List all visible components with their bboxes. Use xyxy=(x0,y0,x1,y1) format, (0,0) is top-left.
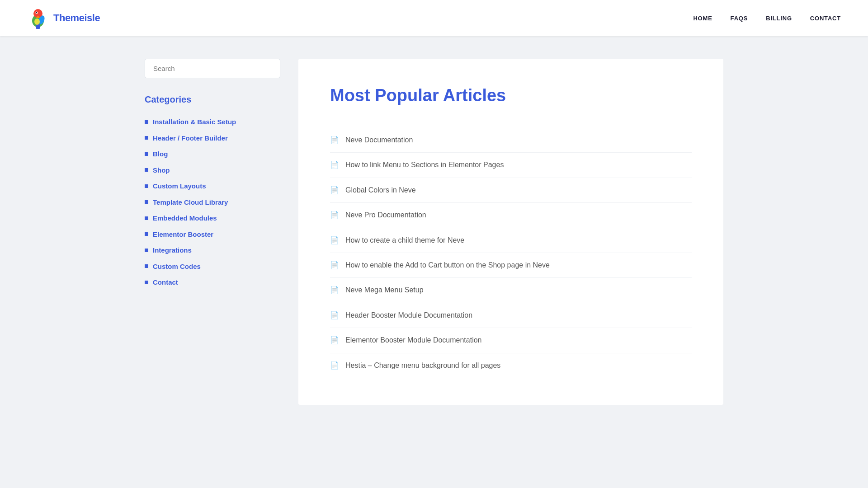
bullet-icon xyxy=(145,264,148,268)
article-link[interactable]: Header Booster Module Documentation xyxy=(345,310,472,320)
list-item: 📄 Neve Documentation xyxy=(330,128,692,153)
document-icon: 📄 xyxy=(330,160,339,169)
page-wrapper: Categories Installation & Basic Setup He… xyxy=(118,36,750,427)
list-item: 📄 Elementor Booster Module Documentation xyxy=(330,328,692,353)
list-item: 📄 Hestia – Change menu background for al… xyxy=(330,353,692,378)
list-item: 📄 Neve Pro Documentation xyxy=(330,203,692,228)
search-input[interactable] xyxy=(145,59,280,78)
article-link[interactable]: Neve Pro Documentation xyxy=(345,210,426,220)
nav-item-faqs[interactable]: FAQS xyxy=(731,14,748,22)
category-list: Installation & Basic Setup Header / Foot… xyxy=(145,114,280,291)
article-link[interactable]: Hestia – Change menu background for all … xyxy=(345,361,500,371)
document-icon: 📄 xyxy=(330,361,339,370)
list-item: 📄 How to create a child theme for Neve xyxy=(330,228,692,253)
article-link[interactable]: Elementor Booster Module Documentation xyxy=(345,335,482,345)
nav-item-contact[interactable]: CONTACT xyxy=(810,14,841,22)
sidebar-item-blog[interactable]: Blog xyxy=(145,146,280,162)
nav-links: HOME FAQS BILLING CONTACT xyxy=(693,14,841,22)
parrot-logo-icon xyxy=(27,7,49,29)
bullet-icon xyxy=(145,216,148,220)
sidebar-item-header-footer[interactable]: Header / Footer Builder xyxy=(145,130,280,146)
sidebar-item-embedded-modules[interactable]: Embedded Modules xyxy=(145,210,280,226)
sidebar: Categories Installation & Basic Setup He… xyxy=(145,59,280,405)
list-item: 📄 Global Colors in Neve xyxy=(330,178,692,203)
article-link[interactable]: Global Colors in Neve xyxy=(345,185,416,195)
document-icon: 📄 xyxy=(330,236,339,244)
brand-name: Themeisle xyxy=(53,12,100,24)
bullet-icon xyxy=(145,120,148,124)
bullet-icon xyxy=(145,281,148,284)
document-icon: 📄 xyxy=(330,211,339,219)
article-link[interactable]: Neve Mega Menu Setup xyxy=(345,285,424,295)
bullet-icon xyxy=(145,200,148,204)
sidebar-item-contact[interactable]: Contact xyxy=(145,274,280,291)
document-icon: 📄 xyxy=(330,311,339,319)
svg-point-4 xyxy=(36,12,37,13)
sidebar-item-custom-codes[interactable]: Custom Codes xyxy=(145,258,280,275)
article-link[interactable]: How to create a child theme for Neve xyxy=(345,235,464,245)
article-link[interactable]: How to enable the Add to Cart button on … xyxy=(345,260,550,270)
bullet-icon xyxy=(145,152,148,156)
sidebar-item-custom-layouts[interactable]: Custom Layouts xyxy=(145,178,280,194)
articles-list: 📄 Neve Documentation 📄 How to link Menu … xyxy=(330,128,692,378)
bullet-icon xyxy=(145,232,148,236)
bullet-icon xyxy=(145,249,148,252)
section-title: Most Popular Articles xyxy=(330,86,692,105)
list-item: 📄 Neve Mega Menu Setup xyxy=(330,278,692,303)
nav-item-home[interactable]: HOME xyxy=(693,14,712,22)
sidebar-item-integrations[interactable]: Integrations xyxy=(145,242,280,258)
navbar: Themeisle HOME FAQS BILLING CONTACT xyxy=(0,0,868,36)
bullet-icon xyxy=(145,136,148,140)
list-item: 📄 Header Booster Module Documentation xyxy=(330,303,692,328)
article-link[interactable]: How to link Menu to Sections in Elemento… xyxy=(345,160,504,170)
nav-item-billing[interactable]: BILLING xyxy=(766,14,792,22)
sidebar-item-elementor-booster[interactable]: Elementor Booster xyxy=(145,226,280,243)
logo-area[interactable]: Themeisle xyxy=(27,7,100,29)
document-icon: 📄 xyxy=(330,186,339,194)
sidebar-item-installation[interactable]: Installation & Basic Setup xyxy=(145,114,280,130)
main-content: Most Popular Articles 📄 Neve Documentati… xyxy=(298,59,723,405)
sidebar-item-template-cloud[interactable]: Template Cloud Library xyxy=(145,194,280,211)
article-link[interactable]: Neve Documentation xyxy=(345,135,413,145)
bullet-icon xyxy=(145,184,148,188)
list-item: 📄 How to enable the Add to Cart button o… xyxy=(330,253,692,278)
sidebar-item-shop[interactable]: Shop xyxy=(145,162,280,178)
document-icon: 📄 xyxy=(330,286,339,294)
document-icon: 📄 xyxy=(330,261,339,269)
document-icon: 📄 xyxy=(330,336,339,344)
bullet-icon xyxy=(145,168,148,172)
svg-point-7 xyxy=(34,19,40,25)
list-item: 📄 How to link Menu to Sections in Elemen… xyxy=(330,153,692,178)
categories-title: Categories xyxy=(145,94,280,105)
document-icon: 📄 xyxy=(330,136,339,144)
